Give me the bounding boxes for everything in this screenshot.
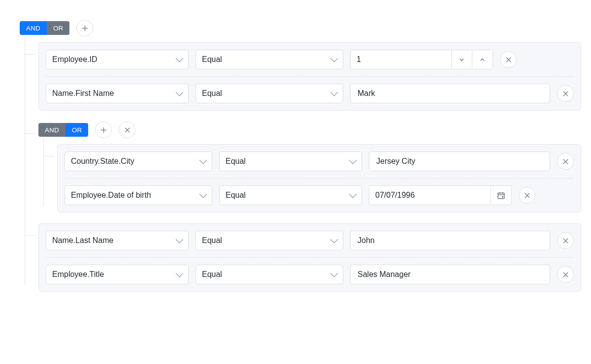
- field-dropdown[interactable]: Name.First Name: [46, 84, 189, 103]
- root-conjunction-row: AND OR: [20, 20, 581, 36]
- value-date-input[interactable]: 07/07/1996: [369, 185, 512, 205]
- operator-dropdown[interactable]: Equal: [196, 50, 343, 69]
- plus-icon: [81, 25, 89, 32]
- close-icon: [124, 126, 131, 134]
- field-dropdown[interactable]: Employee.Title: [46, 265, 189, 284]
- or-button[interactable]: OR: [66, 123, 89, 137]
- chevron-down-icon: [459, 57, 464, 62]
- rule-group: Country.State.City Equal Employee.Date o…: [57, 144, 581, 212]
- value-input-field[interactable]: [357, 89, 544, 98]
- and-button[interactable]: AND: [38, 123, 66, 137]
- close-icon: [562, 271, 569, 278]
- add-rule-button[interactable]: [76, 20, 93, 36]
- add-rule-button[interactable]: [95, 121, 112, 138]
- query-builder: AND OR Employee.ID Equal 1: [20, 20, 581, 292]
- delete-rule-button[interactable]: [557, 85, 574, 102]
- svg-rect-1: [502, 196, 503, 198]
- sub-conjunction-row: AND OR: [38, 121, 581, 138]
- rule-row: Name.First Name Equal: [46, 76, 574, 110]
- delete-group-button[interactable]: [119, 121, 135, 138]
- value-text-input[interactable]: [350, 84, 550, 103]
- and-button[interactable]: AND: [20, 21, 47, 35]
- operator-dropdown[interactable]: Equal: [196, 265, 343, 284]
- step-up-button[interactable]: [472, 50, 492, 69]
- field-dropdown[interactable]: Country.State.City: [65, 152, 212, 171]
- field-dropdown[interactable]: Employee.ID: [46, 50, 189, 69]
- close-icon: [524, 192, 531, 199]
- or-button[interactable]: OR: [47, 21, 70, 35]
- value-text-input[interactable]: [350, 265, 550, 284]
- root-conjunction-toggle: AND OR: [20, 21, 69, 35]
- operator-dropdown[interactable]: Equal: [196, 84, 343, 103]
- field-dropdown[interactable]: Employee.Date of birth: [65, 185, 212, 205]
- calendar-button[interactable]: [491, 186, 511, 205]
- value-text-input[interactable]: [350, 231, 550, 250]
- operator-dropdown[interactable]: Equal: [219, 152, 362, 171]
- delete-rule-button[interactable]: [519, 187, 535, 204]
- rule-row: Employee.Title Equal: [46, 257, 574, 291]
- rule-row: Name.Last Name Equal: [46, 224, 574, 257]
- operator-dropdown[interactable]: Equal: [219, 185, 362, 205]
- value-text: 1: [357, 55, 451, 64]
- rule-row: Employee.ID Equal 1: [46, 43, 574, 76]
- delete-rule-button[interactable]: [557, 232, 574, 249]
- close-icon: [562, 158, 569, 165]
- delete-rule-button[interactable]: [500, 51, 517, 68]
- rule-group: Employee.ID Equal 1 Name.First Name: [38, 42, 581, 111]
- operator-dropdown[interactable]: Equal: [196, 231, 343, 250]
- field-dropdown[interactable]: Name.Last Name: [46, 231, 189, 250]
- value-text: 07/07/1996: [375, 191, 491, 200]
- close-icon: [562, 90, 569, 97]
- rule-group: Name.Last Name Equal Employee.Title Equa…: [38, 223, 581, 292]
- step-down-button[interactable]: [451, 50, 472, 69]
- close-icon: [562, 237, 569, 244]
- chevron-up-icon: [480, 57, 485, 62]
- value-input-field[interactable]: [357, 236, 544, 245]
- delete-rule-button[interactable]: [557, 266, 574, 283]
- sub-conjunction-toggle: AND OR: [38, 123, 88, 137]
- rule-row: Employee.Date of birth Equal 07/07/1996: [65, 178, 574, 212]
- value-number-input[interactable]: 1: [350, 50, 493, 69]
- sub-children: Country.State.City Equal Employee.Date o…: [38, 144, 581, 212]
- value-input-field[interactable]: [375, 156, 544, 166]
- value-text-input[interactable]: [369, 152, 550, 171]
- close-icon: [505, 56, 512, 63]
- rule-row: Country.State.City Equal: [65, 145, 574, 178]
- delete-rule-button[interactable]: [557, 153, 574, 170]
- sub-group: AND OR Country.State.City Equal: [38, 121, 581, 212]
- calendar-icon: [497, 191, 505, 200]
- svg-rect-0: [498, 193, 504, 198]
- value-input-field[interactable]: [357, 270, 544, 279]
- root-children: Employee.ID Equal 1 Name.First Name: [20, 42, 581, 292]
- plus-icon: [100, 126, 107, 134]
